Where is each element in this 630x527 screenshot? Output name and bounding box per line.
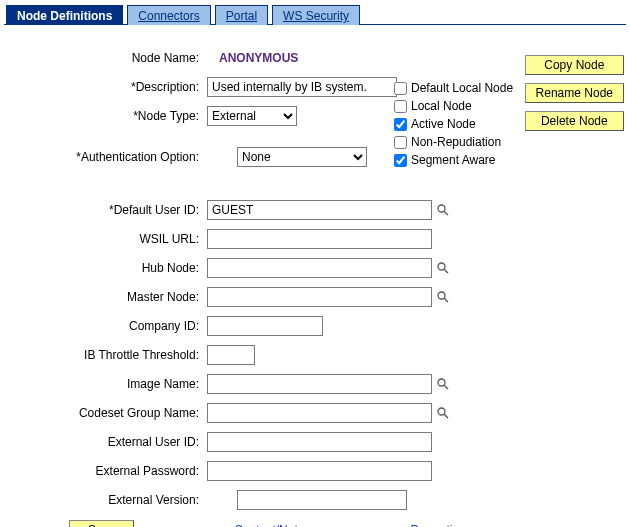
non-repudiation-cb[interactable]: [394, 136, 407, 149]
default-local-node-cb[interactable]: [394, 82, 407, 95]
tab-node-definitions[interactable]: Node Definitions: [6, 5, 123, 25]
active-node-checkbox[interactable]: Active Node: [394, 117, 513, 131]
lookup-icon[interactable]: [436, 261, 450, 275]
codeset-label: Codeset Group Name:: [4, 406, 207, 420]
lookup-icon[interactable]: [436, 203, 450, 217]
contact-notes-link[interactable]: Contact/Notes: [234, 523, 310, 527]
segment-aware-checkbox[interactable]: Segment Aware: [394, 153, 513, 167]
ext-ver-input[interactable]: [237, 490, 407, 510]
node-type-select[interactable]: External: [207, 106, 297, 126]
node-name-value: ANONYMOUS: [207, 51, 298, 65]
tab-portal[interactable]: Portal: [215, 5, 268, 25]
throttle-label: IB Throttle Threshold:: [4, 348, 207, 362]
svg-line-3: [444, 269, 448, 273]
master-input[interactable]: [207, 287, 432, 307]
active-node-cb[interactable]: [394, 118, 407, 131]
svg-line-1: [444, 211, 448, 215]
default-local-node-checkbox[interactable]: Default Local Node: [394, 81, 513, 95]
properties-link[interactable]: Properties: [410, 523, 465, 527]
ext-ver-label: External Version:: [4, 493, 207, 507]
cb-label: Default Local Node: [411, 81, 513, 95]
svg-point-0: [438, 205, 445, 212]
rename-node-button[interactable]: Rename Node: [525, 83, 624, 103]
cb-label: Local Node: [411, 99, 472, 113]
default-user-input[interactable]: [207, 200, 432, 220]
codeset-input[interactable]: [207, 403, 432, 423]
local-node-cb[interactable]: [394, 100, 407, 113]
tab-ws-security[interactable]: WS Security: [272, 5, 360, 25]
wsil-label: WSIL URL:: [4, 232, 207, 246]
company-input[interactable]: [207, 316, 323, 336]
svg-line-9: [444, 414, 448, 418]
save-button[interactable]: Save: [69, 520, 134, 527]
wsil-input[interactable]: [207, 229, 432, 249]
non-repudiation-checkbox[interactable]: Non-Repudiation: [394, 135, 513, 149]
tab-bar: Node Definitions Connectors Portal WS Se…: [4, 4, 626, 25]
cb-label: Active Node: [411, 117, 476, 131]
throttle-input[interactable]: [207, 345, 255, 365]
node-type-label: *Node Type:: [4, 109, 207, 123]
ext-pass-input[interactable]: [207, 461, 432, 481]
svg-point-2: [438, 263, 445, 270]
ext-user-input[interactable]: [207, 432, 432, 452]
default-user-label: *Default User ID:: [4, 203, 207, 217]
lookup-icon[interactable]: [436, 406, 450, 420]
auth-option-select[interactable]: None: [237, 147, 367, 167]
ext-pass-label: External Password:: [4, 464, 207, 478]
checkbox-column: Default Local Node Local Node Active Nod…: [394, 81, 513, 167]
cb-label: Non-Repudiation: [411, 135, 501, 149]
svg-point-4: [438, 292, 445, 299]
svg-point-6: [438, 379, 445, 386]
segment-aware-cb[interactable]: [394, 154, 407, 167]
hub-input[interactable]: [207, 258, 432, 278]
ext-user-label: External User ID:: [4, 435, 207, 449]
auth-option-label: *Authentication Option:: [4, 150, 207, 164]
master-label: Master Node:: [4, 290, 207, 304]
local-node-checkbox[interactable]: Local Node: [394, 99, 513, 113]
lookup-icon[interactable]: [436, 377, 450, 391]
delete-node-button[interactable]: Delete Node: [525, 111, 624, 131]
cb-label: Segment Aware: [411, 153, 496, 167]
description-input[interactable]: [207, 77, 397, 97]
side-actions: Copy Node Rename Node Delete Node: [525, 55, 624, 131]
lookup-icon[interactable]: [436, 290, 450, 304]
company-label: Company ID:: [4, 319, 207, 333]
svg-line-7: [444, 385, 448, 389]
svg-point-8: [438, 408, 445, 415]
copy-node-button[interactable]: Copy Node: [525, 55, 624, 75]
tab-connectors[interactable]: Connectors: [127, 5, 210, 25]
node-name-label: Node Name:: [4, 51, 207, 65]
description-label: *Description:: [4, 80, 207, 94]
image-input[interactable]: [207, 374, 432, 394]
image-label: Image Name:: [4, 377, 207, 391]
hub-label: Hub Node:: [4, 261, 207, 275]
svg-line-5: [444, 298, 448, 302]
